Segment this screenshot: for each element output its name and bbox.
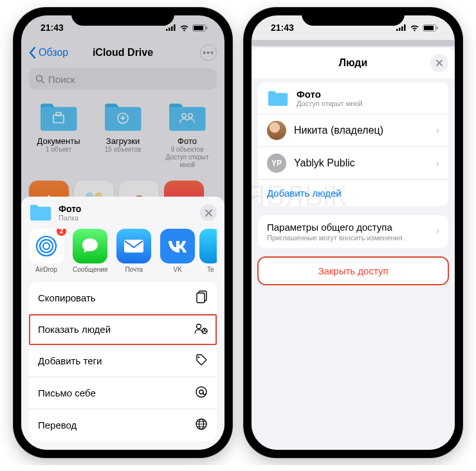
people-body: Фото Доступ открыт мной Никита (владелец… xyxy=(252,78,455,450)
share-app-vk[interactable]: VK xyxy=(160,229,195,273)
svg-point-17 xyxy=(43,243,50,249)
phone-frame-left: 21:43 Обзор iCloud Drive ••• Поиск xyxy=(14,8,232,458)
copy-icon xyxy=(196,290,208,305)
share-app-more[interactable]: Te xyxy=(204,229,217,273)
share-app-label: VK xyxy=(174,266,182,273)
action-label: Показать людей xyxy=(38,324,111,335)
action-translate[interactable]: Перевод xyxy=(29,409,217,441)
share-app-label: Почта xyxy=(125,266,143,273)
add-people-button[interactable]: Добавить людей xyxy=(258,180,448,206)
svg-rect-22 xyxy=(197,293,205,303)
person-row[interactable]: YP Yablyk Public › xyxy=(258,147,448,180)
share-app-label: Сообщения xyxy=(73,266,107,273)
battery-icon xyxy=(423,24,438,31)
action-show-people[interactable]: Показать людей xyxy=(29,314,217,345)
action-label: Скопировать xyxy=(38,292,96,303)
screen-right: 21:43 Люди Фото Доступ открыт мной xyxy=(252,15,455,450)
chevron-right-icon: › xyxy=(436,225,439,236)
share-app-messages[interactable]: Сообщения xyxy=(73,229,107,273)
share-sheet-backdrop[interactable]: Фото Папка 2 AirDrop xyxy=(21,15,224,450)
action-label: Письмо себе xyxy=(38,387,96,398)
stop-sharing-label: Закрыть доступ xyxy=(258,257,448,285)
people-main-card: Фото Доступ открыт мной Никита (владелец… xyxy=(258,82,448,206)
svg-rect-34 xyxy=(396,29,398,31)
status-indicators xyxy=(396,24,438,31)
share-sheet-header: Фото Папка xyxy=(29,203,217,222)
share-apps-row[interactable]: 2 AirDrop Сообщения Почта xyxy=(29,229,217,273)
chevron-right-icon: › xyxy=(436,125,439,136)
svg-rect-40 xyxy=(437,26,438,29)
svg-point-18 xyxy=(40,240,53,253)
share-params-subtitle: Приглашенные могут вносить изменения. xyxy=(267,234,439,242)
share-sheet-title: Фото xyxy=(59,204,81,214)
folder-icon xyxy=(267,89,289,107)
chevron-right-icon: › xyxy=(436,157,439,169)
person-row[interactable]: Никита (владелец) › xyxy=(258,114,448,147)
share-app-label: Te xyxy=(207,266,214,273)
action-label: Добавить теги xyxy=(38,355,102,366)
share-sheet: Фото Папка 2 AirDrop xyxy=(21,197,224,450)
airdrop-badge: 2 xyxy=(56,229,67,236)
tag-icon xyxy=(195,353,208,368)
people-icon xyxy=(194,323,208,336)
globe-icon xyxy=(195,418,208,432)
close-icon xyxy=(435,59,443,67)
shared-folder-subtitle: Доступ открыт мной xyxy=(297,100,363,107)
people-modal-header: Люди xyxy=(252,48,455,78)
share-params-card[interactable]: Параметры общего доступа Приглашенные мо… xyxy=(258,215,448,248)
person-name: Никита (владелец) xyxy=(294,125,383,136)
action-mail-self[interactable]: Письмо себе xyxy=(29,377,217,409)
svg-point-23 xyxy=(197,324,201,329)
action-copy[interactable]: Скопировать xyxy=(29,282,217,314)
people-title: Люди xyxy=(339,57,368,69)
airdrop-icon xyxy=(33,233,59,259)
mail-icon xyxy=(123,238,145,254)
svg-point-28 xyxy=(199,390,203,394)
stop-sharing-card[interactable]: Закрыть доступ xyxy=(258,257,448,285)
share-app-mail[interactable]: Почта xyxy=(116,229,151,273)
notch xyxy=(71,8,174,26)
avatar: YP xyxy=(267,154,286,173)
action-label: Перевод xyxy=(38,420,77,431)
svg-point-26 xyxy=(198,357,200,359)
shared-folder-name: Фото xyxy=(297,89,363,100)
at-icon xyxy=(195,386,208,400)
phone-frame-right: 21:43 Люди Фото Доступ открыт мной xyxy=(244,8,462,458)
close-button[interactable] xyxy=(430,54,448,72)
signal-icon xyxy=(396,24,407,31)
share-sheet-subtitle: Папка xyxy=(59,214,81,222)
share-params-title: Параметры общего доступа xyxy=(267,222,439,233)
action-add-tags[interactable]: Добавить теги xyxy=(29,345,217,377)
svg-rect-20 xyxy=(124,240,143,253)
svg-rect-39 xyxy=(424,26,434,30)
screen-left: 21:43 Обзор iCloud Drive ••• Поиск xyxy=(21,15,224,450)
shared-folder-row: Фото Доступ открыт мной xyxy=(258,82,448,114)
svg-rect-35 xyxy=(399,28,401,31)
status-time: 21:43 xyxy=(271,22,294,33)
svg-rect-36 xyxy=(401,26,403,31)
close-button[interactable] xyxy=(200,204,217,221)
share-app-airdrop[interactable]: 2 AirDrop xyxy=(29,229,64,273)
folder-icon xyxy=(29,203,52,222)
share-action-list: Скопировать Показать людей Добавить теги… xyxy=(29,282,217,441)
person-name: Yablyk Public xyxy=(294,157,355,169)
vk-icon xyxy=(167,240,188,253)
svg-rect-37 xyxy=(404,24,406,31)
close-icon xyxy=(205,209,212,217)
share-app-label: AirDrop xyxy=(35,266,57,273)
avatar xyxy=(267,121,286,140)
notch xyxy=(302,8,405,26)
share-sheet-title-block: Фото Папка xyxy=(59,204,81,222)
messages-icon xyxy=(78,235,102,258)
svg-point-27 xyxy=(196,387,206,397)
sheet-gap xyxy=(252,40,455,46)
wifi-icon xyxy=(410,24,419,31)
